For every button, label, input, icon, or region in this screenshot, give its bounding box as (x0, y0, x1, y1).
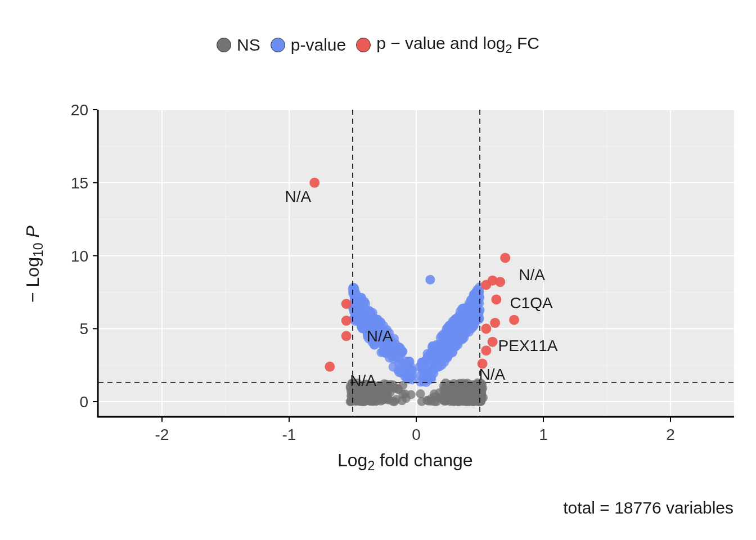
svg-point-913 (397, 348, 407, 357)
y-axis-title: − Log10 P (22, 226, 46, 303)
svg-point-896 (444, 326, 453, 336)
svg-point-925 (341, 331, 352, 341)
svg-point-912 (439, 350, 449, 359)
x-tick-label: -2 (155, 426, 169, 443)
svg-point-394 (464, 386, 472, 395)
svg-point-934 (481, 323, 491, 334)
x-tick-label: -1 (282, 426, 296, 443)
svg-point-918 (425, 275, 435, 285)
svg-point-868 (353, 308, 362, 317)
x-tick-label: 2 (666, 426, 675, 443)
svg-point-911 (430, 345, 439, 355)
svg-point-847 (400, 372, 410, 381)
point-label: N/A (350, 372, 376, 389)
svg-point-904 (360, 318, 370, 327)
y-tick-label: 20 (71, 101, 88, 119)
svg-point-360 (417, 397, 426, 406)
point-label: N/A (285, 188, 312, 205)
svg-point-44 (416, 389, 425, 398)
svg-point-373 (366, 396, 375, 405)
svg-point-879 (350, 297, 359, 307)
point-label: C1QA (510, 294, 553, 312)
svg-point-377 (382, 380, 391, 389)
volcano-plot-figure: NS p-value p − value and log2 FC N/AN/AN… (0, 0, 756, 540)
svg-point-922 (309, 178, 320, 188)
caption-total-variables: total = 18776 variables (563, 498, 734, 518)
x-axis-title: Log2 fold change (338, 450, 473, 474)
point-label: PEX11A (498, 337, 558, 354)
svg-point-924 (341, 316, 352, 326)
svg-point-910 (437, 360, 447, 370)
points-significant (309, 178, 519, 372)
svg-point-929 (481, 280, 491, 290)
y-tick-label: 0 (79, 393, 88, 411)
svg-point-872 (418, 372, 428, 381)
svg-point-387 (388, 397, 397, 406)
svg-point-900 (387, 347, 397, 357)
y-tick-label: 15 (71, 174, 88, 192)
svg-point-923 (341, 299, 352, 309)
svg-point-881 (400, 361, 410, 371)
x-tick-label: 1 (539, 426, 548, 443)
svg-point-930 (495, 277, 505, 287)
svg-point-902 (349, 283, 358, 292)
svg-point-926 (325, 362, 335, 372)
svg-point-907 (470, 290, 479, 299)
svg-point-891 (426, 361, 435, 371)
svg-point-916 (461, 310, 470, 320)
svg-point-914 (475, 313, 484, 323)
svg-point-933 (490, 318, 500, 328)
svg-point-936 (481, 345, 491, 356)
point-label: N/A (479, 366, 506, 383)
x-tick-label: 0 (412, 426, 421, 443)
point-label: N/A (367, 327, 393, 345)
svg-point-388 (400, 390, 410, 399)
svg-point-901 (368, 308, 377, 317)
y-tick-label: 10 (71, 248, 88, 265)
svg-point-299 (390, 384, 399, 393)
svg-point-927 (500, 253, 510, 263)
svg-point-931 (491, 294, 501, 304)
y-tick-label: 5 (79, 320, 88, 338)
svg-point-935 (488, 337, 498, 347)
svg-point-908 (453, 340, 462, 349)
svg-point-380 (427, 397, 436, 406)
svg-point-392 (446, 395, 455, 404)
point-label: N/A (519, 266, 545, 284)
svg-point-915 (378, 347, 388, 357)
svg-point-396 (381, 390, 390, 399)
svg-point-932 (509, 315, 519, 325)
